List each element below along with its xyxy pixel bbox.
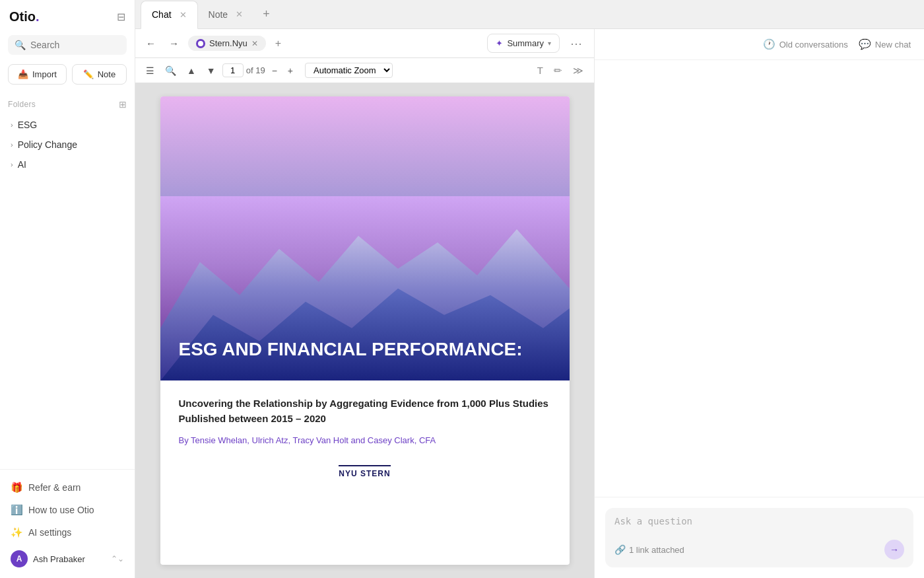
pdf-body: Uncovering the Relationship by Aggregati… <box>160 380 570 501</box>
info-icon: ℹ️ <box>11 504 23 516</box>
chevron-right-icon: › <box>11 121 13 129</box>
pdf-forward-button[interactable]: → <box>165 36 183 51</box>
pdf-tab-dot-inner <box>198 41 203 46</box>
tab-chat-close-icon[interactable]: ✕ <box>180 10 187 20</box>
folder-name-ai: AI <box>18 159 26 170</box>
pdf-subtitle: Uncovering the Relationship by Aggregati… <box>179 396 551 426</box>
chat-input[interactable] <box>614 516 904 532</box>
tab-add-button[interactable]: + <box>257 5 275 24</box>
pdf-footer-logo-area: NYU STERN <box>179 458 551 485</box>
pdf-content-area[interactable]: ESG AND FINANCIAL PERFORMANCE: Uncoverin… <box>135 83 594 578</box>
import-label: Import <box>32 69 57 79</box>
logo-dot: . <box>36 9 40 24</box>
folders-header: Folders ⊞ <box>8 99 127 110</box>
old-conversations-button[interactable]: 🕐 Old conversations <box>763 38 848 50</box>
folders-label: Folders <box>8 100 36 109</box>
refer-label: Refer & earn <box>28 482 81 493</box>
pdf-nav-bar: ☰ 🔍 ▲ ▼ of 19 − + Automatic Zoom 50% 75%… <box>135 58 594 83</box>
link-icon: 🔗 <box>614 544 626 555</box>
pdf-tab-name: Stern.Nyu <box>209 38 248 48</box>
chat-attached-label: 🔗 1 link attached <box>614 544 684 555</box>
sidebar-item-refer[interactable]: 🎁 Refer & earn <box>8 476 127 499</box>
pdf-prev-page-button[interactable]: ▲ <box>183 63 200 78</box>
pdf-viewer: ← → Stern.Nyu ✕ + ✦ Summary ▾ ⋯ <box>135 29 594 578</box>
folder-item-esg[interactable]: › ESG <box>8 115 127 135</box>
pdf-next-page-button[interactable]: ▼ <box>203 63 220 78</box>
chevron-right-icon: › <box>11 161 13 168</box>
search-icon: 🔍 <box>15 40 26 50</box>
tab-bar: Chat ✕ Note ✕ + <box>135 0 924 29</box>
summary-button[interactable]: ✦ Summary ▾ <box>487 34 560 53</box>
pdf-document-tab[interactable]: Stern.Nyu ✕ <box>188 36 266 51</box>
sidebar-bottom: 🎁 Refer & earn ℹ️ How to use Otio ✨ AI s… <box>0 469 135 578</box>
app-logo: Otio. <box>9 9 40 24</box>
pdf-search-icon[interactable]: 🔍 <box>161 63 180 78</box>
pdf-zoom-out-button[interactable]: − <box>268 63 281 78</box>
history-icon: 🕐 <box>763 38 776 50</box>
pdf-footer-text: NYU STERN <box>339 465 390 478</box>
note-label: Note <box>98 69 116 79</box>
tab-note-close-icon[interactable]: ✕ <box>236 9 243 19</box>
pdf-tab-add-button[interactable]: + <box>271 36 285 51</box>
pdf-page-input[interactable] <box>222 63 244 77</box>
more-options-button[interactable]: ⋯ <box>565 35 587 52</box>
new-chat-label: New chat <box>875 40 911 50</box>
sidebar-item-how-to[interactable]: ℹ️ How to use Otio <box>8 499 127 521</box>
ai-settings-label: AI settings <box>28 527 71 538</box>
pdf-tab-dot <box>196 39 205 48</box>
pdf-tab-close-icon[interactable]: ✕ <box>251 39 258 48</box>
sidebar-logo: Otio. ⊟ <box>0 0 135 31</box>
pdf-draw-tool-icon[interactable]: ✏ <box>550 63 566 79</box>
import-icon: 📥 <box>18 69 28 79</box>
pdf-text-tool-icon[interactable]: T <box>533 63 547 78</box>
folders-section: Folders ⊞ › ESG › Policy Change › AI <box>0 92 135 178</box>
folder-name-policy: Policy Change <box>18 139 77 150</box>
pdf-sidebar-toggle-icon[interactable]: ☰ <box>142 63 158 78</box>
summary-dropdown-icon: ▾ <box>548 40 551 47</box>
note-button[interactable]: ✏️ Note <box>72 64 127 85</box>
sidebar: Otio. ⊟ 🔍 📥 Import ✏️ Note Folders ⊞ › E… <box>0 0 135 578</box>
main-area: Chat ✕ Note ✕ + ← → Stern.Nyu ✕ <box>135 0 924 578</box>
pdf-zoom-in-button[interactable]: + <box>284 63 297 78</box>
search-input[interactable] <box>30 40 120 50</box>
chat-send-button[interactable]: → <box>884 540 904 560</box>
chat-input-footer: 🔗 1 link attached → <box>614 540 904 560</box>
tab-note[interactable]: Note ✕ <box>198 0 254 28</box>
pdf-toolbar: ← → Stern.Nyu ✕ + ✦ Summary ▾ ⋯ <box>135 29 594 58</box>
how-to-label: How to use Otio <box>28 505 94 515</box>
attached-count: 1 link attached <box>629 545 684 555</box>
sidebar-toggle-button[interactable]: ⊟ <box>117 11 125 23</box>
sidebar-item-ai-settings[interactable]: ✨ AI settings <box>8 521 127 544</box>
pdf-back-button[interactable]: ← <box>142 36 160 51</box>
pdf-cover-image: ESG AND FINANCIAL PERFORMANCE: <box>160 96 570 380</box>
chat-panel: 🕐 Old conversations 💬 New chat 🔗 <box>594 29 924 578</box>
import-button[interactable]: 📥 Import <box>8 64 67 85</box>
folder-add-icon[interactable]: ⊞ <box>119 99 127 110</box>
sparkle-icon: ✨ <box>11 526 23 538</box>
pdf-page-total: of 19 <box>246 65 265 75</box>
old-conversations-label: Old conversations <box>779 40 848 50</box>
avatar: A <box>11 550 28 567</box>
user-name: Ash Prabaker <box>33 554 111 564</box>
tab-chat[interactable]: Chat ✕ <box>141 1 198 29</box>
user-chevron-icon[interactable]: ⌃⌄ <box>111 554 124 563</box>
pdf-expand-icon[interactable]: ≫ <box>569 63 587 79</box>
tab-note-label: Note <box>209 9 228 20</box>
pdf-nav-tools: T ✏ ≫ <box>533 63 587 79</box>
tab-chat-label: Chat <box>152 9 172 20</box>
pdf-page: ESG AND FINANCIAL PERFORMANCE: Uncoverin… <box>160 96 570 565</box>
star-icon: ✦ <box>496 38 503 48</box>
send-icon: → <box>890 544 899 555</box>
chat-bubble-icon: 💬 <box>859 38 871 50</box>
note-icon: ✏️ <box>83 69 94 79</box>
chat-input-area: 🔗 1 link attached → <box>595 497 924 578</box>
pdf-zoom-select[interactable]: Automatic Zoom 50% 75% 100% 125% 150% <box>305 63 393 78</box>
folder-item-policy[interactable]: › Policy Change <box>8 135 127 155</box>
pdf-authors: By Tensie Whelan, Ulrich Atz, Tracy Van … <box>179 435 551 445</box>
chat-input-box: 🔗 1 link attached → <box>605 508 913 567</box>
pdf-cover-title: ESG AND FINANCIAL PERFORMANCE: <box>179 338 551 361</box>
sidebar-actions: 📥 Import ✏️ Note <box>0 61 135 92</box>
folder-item-ai[interactable]: › AI <box>8 155 127 174</box>
new-chat-button[interactable]: 💬 New chat <box>859 38 911 50</box>
content-area: ← → Stern.Nyu ✕ + ✦ Summary ▾ ⋯ <box>135 29 924 578</box>
